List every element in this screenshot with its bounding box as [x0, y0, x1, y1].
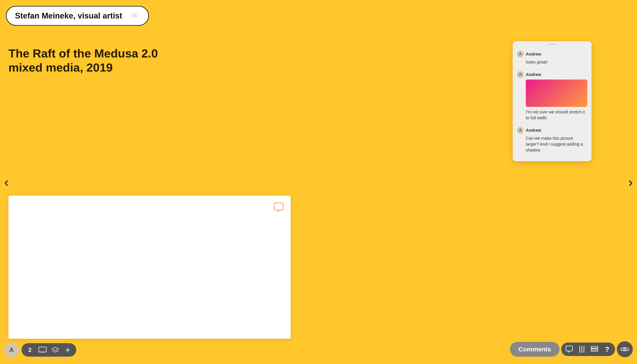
artist-name: Stefan Meineke, visual artist: [15, 11, 122, 20]
svg-rect-1: [39, 347, 46, 352]
svg-point-12: [624, 349, 625, 350]
panel-drag-handle[interactable]: [548, 44, 556, 45]
svg-rect-8: [591, 349, 598, 351]
right-toolbar-group: ?: [561, 342, 615, 356]
comment-header-3: A Andrew: [517, 127, 587, 134]
artwork-info: The Raft of the Medusa 2.0 mixed media, …: [9, 46, 158, 74]
user-avatar[interactable]: A: [4, 342, 19, 357]
name-tag: Stefan Meineke, visual artist: [6, 6, 149, 26]
monitor-icon[interactable]: [38, 346, 47, 354]
comment-item: A Andrew looks great!: [513, 48, 591, 68]
commenter-name-3: Andrew: [526, 128, 541, 133]
comment-text-3: Can we make this picture larger? And I s…: [526, 135, 587, 153]
columns-icon[interactable]: [577, 345, 586, 354]
canvas-area: [9, 196, 291, 339]
avatar-3: A: [517, 127, 524, 134]
comment-text-2: I'm not sure we should stretch it to ful…: [526, 109, 587, 121]
toolbar-group: 2 +: [22, 343, 76, 357]
right-toolbar: Comments ?: [510, 341, 633, 357]
bottom-toolbar: A 2 +: [4, 342, 76, 357]
commenter-name-2: Andrew: [526, 72, 541, 77]
commenter-name-1: Andrew: [526, 52, 541, 56]
avatar-2: A: [517, 71, 524, 78]
add-icon[interactable]: +: [64, 346, 72, 354]
comment-header-2: A Andrew: [517, 71, 587, 78]
avatar-1: A: [517, 51, 524, 58]
nav-arrow-right[interactable]: ›: [628, 175, 633, 189]
comment-header-1: A Andrew: [517, 51, 587, 58]
panel-content: A Andrew looks great! A Andrew I'm not s…: [513, 46, 591, 161]
panel-tail: [549, 161, 555, 161]
comment-text-1: looks great!: [526, 59, 587, 65]
layout-icon[interactable]: [590, 345, 599, 354]
artwork-title: The Raft of the Medusa 2.0 mixed media, …: [9, 46, 158, 74]
chat-bubble-icon: [129, 10, 140, 21]
comments-panel: A Andrew looks great! A Andrew I'm not s…: [513, 41, 591, 161]
comment-item-3: A Andrew Can we make this picture larger…: [513, 124, 591, 156]
layers-icon[interactable]: [51, 346, 59, 354]
comments-button[interactable]: Comments: [510, 342, 559, 357]
nav-arrow-left[interactable]: ‹: [4, 175, 9, 189]
chat-icon[interactable]: [564, 345, 574, 354]
layer-number-icon[interactable]: 2: [26, 346, 34, 354]
eye-button[interactable]: [617, 341, 633, 357]
canvas-comment-icon[interactable]: [273, 202, 284, 213]
help-icon[interactable]: ?: [602, 345, 612, 354]
comment-item-2: A Andrew I'm not sure we should stretch …: [513, 68, 591, 124]
comment-image: [526, 80, 587, 107]
